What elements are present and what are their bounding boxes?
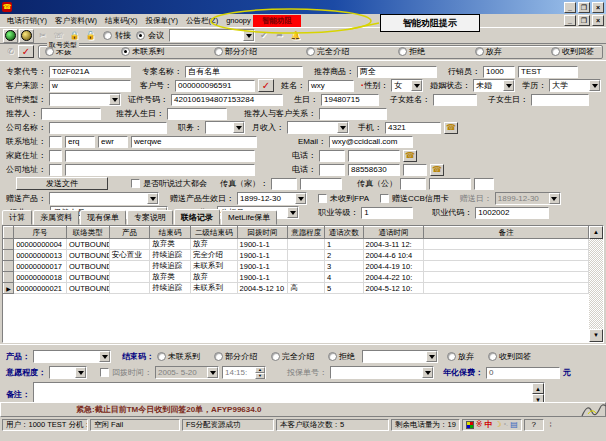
- endcode-radio[interactable]: 拒绝: [328, 351, 355, 362]
- tab[interactable]: 现有保单: [80, 210, 126, 225]
- table-scrollbar[interactable]: ▲ ▼: [589, 226, 603, 342]
- fax-home-input-2[interactable]: [300, 178, 342, 190]
- table-cell[interactable]: 放弃类: [150, 239, 191, 250]
- birthday-input[interactable]: 19480715: [321, 94, 379, 106]
- endcode-radio[interactable]: 未联系到: [157, 351, 200, 362]
- project-code-input[interactable]: T02F021A: [49, 66, 131, 78]
- column-header[interactable]: 通话次数: [324, 227, 363, 239]
- table-cell[interactable]: [288, 250, 325, 261]
- extension-select[interactable]: [169, 29, 255, 42]
- mobile-input[interactable]: 4321: [385, 122, 441, 134]
- child-name-input[interactable]: [433, 94, 477, 106]
- close-button[interactable]: ×: [592, 2, 604, 13]
- table-cell[interactable]: [109, 239, 150, 250]
- table-cell[interactable]: [424, 239, 589, 250]
- bottom-product-select[interactable]: [33, 350, 111, 363]
- dial-type-radio[interactable]: 未联系到: [121, 46, 164, 57]
- table-cell[interactable]: 2004-3-11 12:: [363, 239, 424, 250]
- dial-type-radio[interactable]: 拒绝: [398, 46, 425, 57]
- conference-radio[interactable]: [136, 31, 145, 40]
- tray-monitor-icon[interactable]: ▤: [510, 420, 518, 430]
- tab[interactable]: 计算: [2, 210, 32, 225]
- mdi-close-button[interactable]: ×: [592, 15, 604, 26]
- dial-office-icon[interactable]: ☎: [430, 164, 444, 176]
- table-cell[interactable]: OUTBOUND: [66, 261, 109, 272]
- column-header[interactable]: 联络类型: [66, 227, 109, 239]
- table-cell[interactable]: [288, 261, 325, 272]
- table-cell[interactable]: [424, 261, 589, 272]
- table-cell[interactable]: 安心置业: [109, 250, 150, 261]
- table-cell[interactable]: 1: [324, 239, 363, 250]
- product-input[interactable]: 两全: [357, 66, 437, 78]
- confirm-check-button[interactable]: ✓: [18, 45, 34, 58]
- menu-item[interactable]: 电话行销(Y): [3, 15, 51, 27]
- dial-mobile-icon[interactable]: ☎: [444, 122, 458, 134]
- table-cell[interactable]: 5: [324, 283, 363, 294]
- income-select[interactable]: [287, 121, 349, 134]
- menu-item[interactable]: 客户资料(W): [51, 15, 101, 27]
- office-phone-input-3[interactable]: [403, 164, 427, 176]
- company-addr-input-1[interactable]: [49, 164, 62, 176]
- premium-input[interactable]: 0: [486, 367, 560, 379]
- source-input[interactable]: w: [49, 80, 131, 92]
- child-birthday-input[interactable]: [531, 94, 589, 106]
- fax-office-input-2[interactable]: [429, 178, 471, 190]
- heard-metlife-checkbox[interactable]: [131, 179, 140, 188]
- referrer-birthday-input[interactable]: [167, 108, 227, 120]
- table-cell[interactable]: 持续追踪: [150, 250, 191, 261]
- office-phone-input-1[interactable]: [319, 164, 345, 176]
- agent-name-input[interactable]: TEST: [518, 66, 578, 78]
- table-cell[interactable]: [288, 239, 325, 250]
- agent-id-input[interactable]: 1000: [483, 66, 515, 78]
- email-input[interactable]: wxy@ccidcall.com: [329, 136, 413, 148]
- table-cell[interactable]: OUTBOUND: [66, 250, 109, 261]
- home-phone-input-1[interactable]: [319, 150, 345, 162]
- gender-select[interactable]: 女: [391, 79, 423, 92]
- column-header[interactable]: 意愿程度: [288, 227, 325, 239]
- resize-grip[interactable]: ⁞: [546, 419, 556, 432]
- tab[interactable]: 专案说明: [127, 210, 173, 225]
- dial-type-radio[interactable]: 部分介绍: [214, 46, 257, 57]
- column-header[interactable]: 备注: [424, 227, 589, 239]
- project-name-input[interactable]: 自有名单: [185, 66, 303, 78]
- contact-addr-input-1[interactable]: [49, 136, 62, 148]
- dial-type-radio[interactable]: 收到回签: [551, 46, 594, 57]
- tray-dots-icon[interactable]: °·: [504, 420, 508, 430]
- menu-item[interactable]: 结束码(X): [101, 15, 142, 27]
- column-header[interactable]: 结束码: [150, 227, 191, 239]
- fpa-checkbox[interactable]: [318, 194, 327, 203]
- table-cell[interactable]: [424, 283, 589, 294]
- table-cell[interactable]: 2004-5-12 10: [237, 283, 288, 294]
- table-cell[interactable]: 00000000004: [14, 239, 67, 250]
- table-cell[interactable]: 2004-4-6 10:4: [363, 250, 424, 261]
- column-header[interactable]: 二级结束码: [190, 227, 237, 239]
- fax-office-input-3[interactable]: [474, 178, 494, 190]
- id-type-select[interactable]: [49, 93, 121, 106]
- table-cell[interactable]: 完全介绍: [190, 250, 237, 261]
- table-cell[interactable]: 00000000017: [14, 261, 67, 272]
- endcode-radio[interactable]: 完全介绍: [271, 351, 314, 362]
- menu-item[interactable]: 投保单(Y): [142, 15, 183, 27]
- column-header[interactable]: 通话时间: [363, 227, 424, 239]
- dial-type-radio[interactable]: 放弃: [475, 46, 502, 57]
- table-cell[interactable]: 未联系到: [190, 283, 237, 294]
- table-cell[interactable]: 持续追踪: [150, 283, 191, 294]
- tab[interactable]: 亲属资料: [33, 210, 79, 225]
- table-cell[interactable]: 放弃: [190, 239, 237, 250]
- customer-no-input[interactable]: 000000096591: [175, 80, 255, 92]
- endcode-radio[interactable]: 收到回签: [488, 351, 531, 362]
- home-addr-input-1[interactable]: [49, 150, 62, 162]
- referrer-input[interactable]: [41, 108, 101, 120]
- education-select[interactable]: 大学: [549, 79, 601, 92]
- office-phone-input-2[interactable]: 88558630: [348, 164, 400, 176]
- contact-addr-input-4[interactable]: werqwe: [131, 136, 257, 148]
- table-cell[interactable]: [424, 250, 589, 261]
- table-cell[interactable]: OUTBOUND: [66, 283, 109, 294]
- restore-button[interactable]: ❐: [578, 2, 590, 13]
- scroll-down-icon[interactable]: ▼: [589, 329, 603, 342]
- table-cell[interactable]: 放弃: [190, 272, 237, 283]
- spin-down-icon[interactable]: ▼: [255, 373, 265, 379]
- tray-app-icon[interactable]: ※: [476, 420, 483, 430]
- scroll-up-icon[interactable]: ▲: [532, 383, 544, 394]
- tab[interactable]: 联络记录: [174, 209, 220, 225]
